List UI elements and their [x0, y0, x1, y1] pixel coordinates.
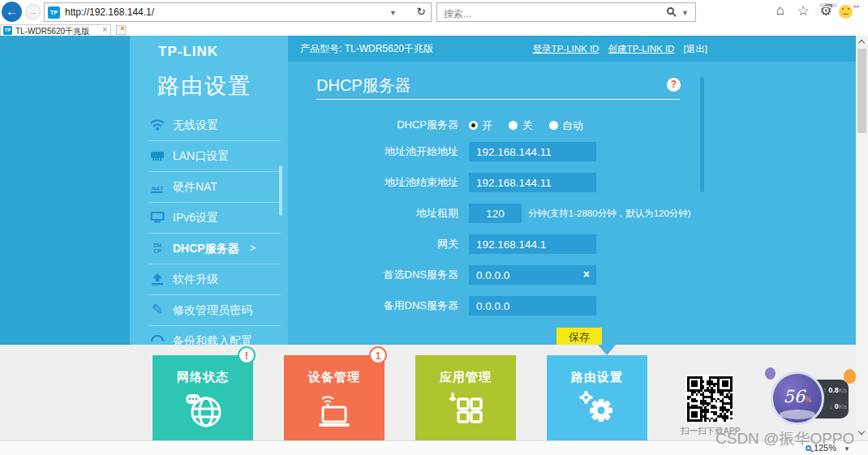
url-dropdown-icon[interactable]: ▼ [389, 9, 397, 17]
download-arrow-icon: ↓ [829, 403, 832, 410]
balloon-icon [765, 367, 776, 380]
sidebar-title: 路由设置 [157, 71, 251, 101]
sidebar-item-label: 硬件NAT [173, 180, 217, 195]
radio-icon[interactable] [549, 121, 558, 130]
sidebar-item-label: 软件升级 [173, 273, 218, 287]
footer-tab-label: 网络状态 [153, 370, 253, 385]
sidebar-item-lan[interactable]: LAN口设置 [148, 141, 281, 172]
home-icon[interactable]: ⌂ [771, 2, 790, 19]
sidebar-scrollbar[interactable] [279, 165, 282, 216]
pool-end-row: 地址池结束地址 [288, 173, 710, 192]
radio-option-off[interactable]: 关 [509, 119, 532, 132]
dhcp-settings-panel: DHCP服务器 ? DHCP服务器 开 关 自动 地址池开始地址 地址池结束地址… [288, 62, 856, 345]
sidebar-item-wireless[interactable]: 无线设置 [148, 110, 281, 141]
field-label: 地址池结束地址 [288, 173, 458, 192]
site-favicon: TP [48, 6, 60, 19]
field-label: 地址租期 [288, 204, 458, 223]
create-tplink-id-link[interactable]: 创建TP-LINK ID [608, 44, 675, 54]
radio-icon[interactable] [509, 121, 518, 130]
dns-secondary-input[interactable] [469, 296, 596, 315]
field-label: 备用DNS服务器 [288, 296, 458, 315]
pool-end-input[interactable] [469, 173, 596, 192]
search-dropdown-icon[interactable]: ▼ [681, 9, 689, 17]
new-tab-icon [121, 27, 124, 30]
sidebar-item-nat[interactable]: NAT 硬件NAT [148, 172, 281, 203]
lease-time-row: 地址租期 分钟(支持1-2880分钟，默认为120分钟) [288, 204, 710, 223]
apps-grid-icon [415, 389, 516, 435]
active-tab-pointer [598, 345, 616, 355]
browser-tab[interactable]: TP TL-WDR5620千兆版 × [0, 24, 111, 36]
footer-tab-label: 应用管理 [415, 370, 516, 385]
sidebar-item-label: LAN口设置 [173, 149, 229, 164]
scroll-down-icon[interactable] [858, 428, 865, 435]
content-scrollbar[interactable] [700, 77, 704, 192]
sidebar-item-label: 修改管理员密码 [173, 303, 252, 318]
radio-icon[interactable] [469, 121, 478, 130]
search-input[interactable]: 搜索... ▼ [436, 2, 696, 22]
dns-primary-row: 首选DNS服务器 × [288, 265, 710, 285]
browser-toolbar: ← → TP http://192.168.144.1/ ▼ ↻ 搜索... ▼… [0, 0, 868, 24]
help-icon[interactable]: ? [667, 78, 681, 92]
field-label: 地址池开始地址 [288, 142, 458, 161]
tab-bar: TP TL-WDR5620千兆版 × [0, 24, 868, 36]
content-header-bar: 产品型号: TL-WDR5620千兆版 登录TP-LINK ID 创建TP-LI… [288, 36, 856, 62]
gateway-row: 网关 [288, 234, 710, 254]
sidebar-item-label: DHCP服务器 [173, 242, 239, 256]
product-model-label: 产品型号: TL-WDR5620千兆版 [300, 36, 433, 62]
search-placeholder: 搜索... [444, 7, 471, 21]
memory-usage-ball[interactable]: 56% [771, 371, 824, 425]
lan-port-icon [148, 148, 166, 165]
address-bar[interactable]: TP http://192.168.144.1/ ▼ ↻ [44, 2, 432, 22]
footer-tab-app-management[interactable]: 应用管理 [415, 355, 516, 440]
radio-option-on[interactable]: 开 [469, 119, 492, 132]
footer-nav: ! 网络状态 1 设备管理 应用管理 路由设置 [0, 345, 856, 440]
sidebar-item-dhcp[interactable]: DHCP DHCP服务器 > [148, 234, 281, 264]
sidebar-item-upgrade[interactable]: 软件升级 [148, 264, 281, 295]
radio-option-auto[interactable]: 自动 [549, 119, 583, 132]
field-label: 首选DNS服务器 [288, 265, 458, 285]
footer-tab-network-status[interactable]: ! 网络状态 [153, 355, 253, 440]
refresh-icon[interactable]: ↻ [416, 5, 426, 18]
window-controls: ❐ ✕ [808, 0, 860, 7]
footer-tab-router-settings[interactable]: 路由设置 [547, 355, 647, 440]
dns-secondary-row: 备用DNS服务器 [288, 296, 710, 315]
login-tplink-id-link[interactable]: 登录TP-LINK ID [533, 44, 599, 54]
balloon-icon [844, 369, 856, 384]
dhcp-icon: DHCP [148, 241, 166, 257]
logout-link[interactable]: [退出] [684, 44, 707, 54]
pool-start-input[interactable] [469, 142, 596, 161]
gateway-input[interactable] [469, 234, 596, 254]
clear-input-icon[interactable]: × [583, 268, 590, 281]
field-label: 网关 [288, 234, 458, 254]
new-tab-button[interactable] [116, 25, 126, 35]
close-button[interactable]: ✕ [853, 3, 860, 7]
page-title: DHCP服务器 [316, 75, 411, 97]
tp-link-logo: TP-LINK [158, 44, 218, 60]
count-badge: 1 [369, 346, 387, 364]
sidebar-item-label: 无线设置 [173, 118, 218, 133]
gears-icon [547, 389, 647, 435]
pencil-icon: ✎ [148, 301, 166, 317]
footer-tab-device-management[interactable]: 1 设备管理 [284, 355, 385, 440]
csdn-watermark: CSDN @振华OPPO [715, 428, 854, 449]
url-text[interactable]: http://192.168.144.1/ [65, 6, 154, 18]
back-button[interactable]: ← [2, 2, 22, 22]
forward-button[interactable]: → [25, 4, 41, 19]
monitor-icon [148, 210, 166, 226]
vertical-scrollbar[interactable] [856, 36, 868, 440]
tab-close-icon[interactable]: × [102, 25, 107, 34]
sidebar-item-password[interactable]: ✎ 修改管理员密码 [148, 295, 281, 326]
search-icon[interactable] [667, 7, 674, 15]
scrollbar-thumb[interactable] [857, 49, 866, 133]
scroll-up-icon[interactable] [858, 40, 865, 46]
dns-primary-input[interactable] [469, 265, 596, 285]
alert-badge: ! [238, 346, 256, 364]
maximize-button[interactable]: ❐ [819, 3, 837, 7]
lease-time-input[interactable] [469, 204, 522, 223]
nat-icon: NAT [148, 179, 166, 195]
app-download-qr-code [685, 375, 734, 423]
account-links: 登录TP-LINK ID 创建TP-LINK ID [退出] [526, 36, 707, 62]
laptop-wifi-icon [284, 389, 385, 435]
dhcp-toggle-row: DHCP服务器 开 关 自动 [288, 118, 710, 131]
sidebar-item-ipv6[interactable]: IPv6设置 [148, 203, 281, 234]
